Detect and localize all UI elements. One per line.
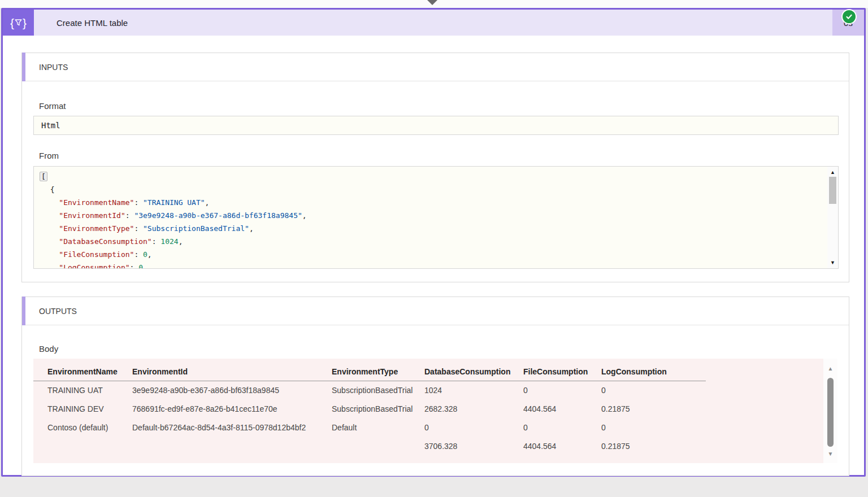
- table-cell: 768691fc-ed9f-e87e-8a26-b41cec11e70e: [132, 400, 332, 418]
- format-value: Html: [34, 121, 60, 130]
- code-line: {: [41, 183, 827, 196]
- inputs-accent-bar: [22, 53, 25, 81]
- table-row: TRAINING DEV768691fc-ed9f-e87e-8a26-b41c…: [33, 400, 706, 418]
- body-field-label: Body: [39, 344, 58, 354]
- table-cell: Default: [332, 418, 424, 437]
- table-cell: 0: [523, 381, 601, 400]
- body-scrollbar-thumb[interactable]: [827, 378, 834, 447]
- table-cell: 1024: [424, 381, 523, 400]
- code-line: "EnvironmentId": "3e9e9248-a90b-e367-a86…: [41, 209, 827, 222]
- action-header[interactable]: { } Create HTML table 0s: [3, 10, 864, 36]
- table-cell: [332, 437, 424, 456]
- action-title: Create HTML table: [57, 18, 128, 28]
- table-cell: 4404.564: [523, 400, 601, 418]
- body-output-table-container[interactable]: EnvironmentNameEnvironmentIdEnvironmentT…: [33, 359, 837, 463]
- outputs-label: OUTPUTS: [39, 307, 77, 316]
- code-line: [: [41, 170, 827, 183]
- table-row: Contoso (default)Default-b67264ac-8d54-4…: [33, 418, 706, 437]
- inputs-section: INPUTS Format Html From [ { "Environment…: [21, 53, 849, 282]
- body-table-scrollbar[interactable]: ▲ ▼: [823, 359, 837, 463]
- action-title-bar[interactable]: Create HTML table: [34, 10, 832, 36]
- flow-connector-arrow-icon: [426, 0, 439, 5]
- table-cell: 0.21875: [601, 437, 706, 456]
- table-cell: [132, 437, 332, 456]
- table-cell: SubscriptionBasedTrial: [332, 381, 424, 400]
- data-operation-icon: { }: [3, 10, 34, 36]
- outputs-section: OUTPUTS Body EnvironmentNameEnvironmentI…: [21, 297, 849, 476]
- scroll-up-icon[interactable]: ▲: [823, 365, 837, 372]
- column-header: FileConsumption: [523, 364, 601, 381]
- code-line: "LogConsumption": 0,: [41, 261, 827, 268]
- table-row: TRAINING UAT3e9e9248-a90b-e367-a86d-bf63…: [33, 381, 706, 400]
- column-header: DatabaseConsumption: [424, 364, 523, 381]
- from-code[interactable]: [ { "EnvironmentName": "TRAINING UAT", "…: [34, 167, 827, 268]
- code-line: "EnvironmentName": "TRAINING UAT",: [41, 196, 827, 209]
- funnel-icon: [15, 19, 22, 27]
- table-cell: 0.21875: [601, 400, 706, 418]
- outputs-accent-bar: [22, 297, 25, 325]
- format-field-label: Format: [39, 101, 66, 111]
- table-cell: Default-b67264ac-8d54-4a3f-8115-0978d12b…: [132, 418, 332, 437]
- body-table-body: TRAINING UAT3e9e9248-a90b-e367-a86d-bf63…: [33, 381, 706, 456]
- table-cell: Contoso (default): [33, 418, 132, 437]
- column-header: EnvironmentName: [33, 364, 132, 381]
- from-code-field[interactable]: [ { "EnvironmentName": "TRAINING UAT", "…: [33, 166, 839, 269]
- from-scrollbar[interactable]: ▲ ▼: [827, 167, 838, 268]
- table-row: 3706.3284404.5640.21875: [33, 437, 706, 456]
- code-line: "DatabaseConsumption": 1024,: [41, 235, 827, 248]
- table-cell: 4404.564: [523, 437, 601, 456]
- from-scrollbar-thumb[interactable]: [829, 177, 836, 204]
- table-cell: 0: [601, 418, 706, 437]
- table-cell: 0: [601, 381, 706, 400]
- success-check-icon: [841, 9, 857, 24]
- inputs-section-header: INPUTS: [22, 53, 849, 81]
- flow-canvas: { } Create HTML table 0s INPUTS Format: [0, 0, 868, 497]
- code-line: "FileConsumption": 0,: [41, 248, 827, 261]
- body-output-table: EnvironmentNameEnvironmentIdEnvironmentT…: [33, 364, 706, 456]
- table-cell: TRAINING DEV: [33, 400, 132, 418]
- table-cell: SubscriptionBasedTrial: [332, 400, 424, 418]
- table-cell: 2682.328: [424, 400, 523, 418]
- inputs-label: INPUTS: [39, 63, 68, 72]
- body-table-head-row: EnvironmentNameEnvironmentIdEnvironmentT…: [33, 364, 706, 381]
- scroll-up-icon[interactable]: ▲: [827, 168, 838, 176]
- table-cell: [33, 437, 132, 456]
- table-cell: 3706.328: [424, 437, 523, 456]
- column-header: LogConsumption: [601, 364, 706, 381]
- from-field-label: From: [39, 151, 59, 160]
- scroll-down-icon[interactable]: ▼: [823, 451, 837, 457]
- table-cell: 0: [424, 418, 523, 437]
- table-cell: 3e9e9248-a90b-e367-a86d-bf63f18a9845: [132, 381, 332, 400]
- format-field[interactable]: Html: [33, 116, 839, 135]
- code-line: "EnvironmentType": "SubscriptionBasedTri…: [41, 222, 827, 235]
- outputs-section-header: OUTPUTS: [22, 297, 849, 325]
- column-header: EnvironmentId: [132, 364, 332, 381]
- create-html-table-action-card[interactable]: { } Create HTML table 0s INPUTS Format: [1, 8, 866, 477]
- scroll-down-icon[interactable]: ▼: [827, 259, 838, 267]
- table-cell: 0: [523, 418, 601, 437]
- column-header: EnvironmentType: [332, 364, 424, 381]
- table-cell: TRAINING UAT: [33, 381, 132, 400]
